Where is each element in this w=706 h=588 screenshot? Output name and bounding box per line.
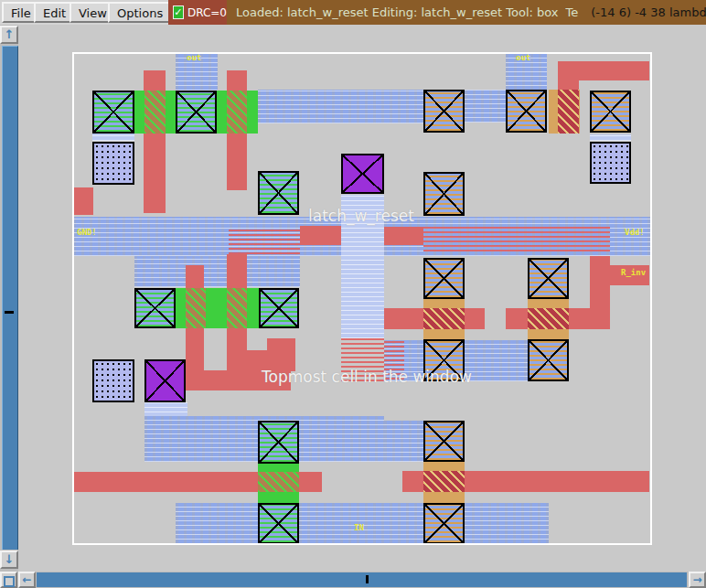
view-position-mark <box>366 575 369 583</box>
port-label: out <box>516 53 530 62</box>
status-text: Loaded: latch_w_reset Editing: latch_w_r… <box>236 5 559 19</box>
scroll-down-button[interactable]: ↓ <box>0 551 18 569</box>
cell-name-label: latch_w_reset <box>308 207 414 225</box>
view-position-mark <box>5 311 14 314</box>
scroll-right-button[interactable]: → <box>689 572 706 588</box>
right-arrow-icon: → <box>692 573 701 586</box>
down-arrow-icon: ↓ <box>5 552 15 566</box>
horizontal-scrollbar[interactable]: ← → <box>0 572 706 588</box>
menu-bar: File Edit View Options ✓ DRC=0 Loaded: l… <box>0 0 706 25</box>
zoom-box-icon <box>4 576 15 587</box>
drc-label: DRC=0 <box>187 6 227 19</box>
drc-indicator: ✓ DRC=0 <box>168 0 227 25</box>
scroll-left-button[interactable]: ← <box>18 572 36 588</box>
horizontal-scroll-thumb[interactable] <box>37 572 687 587</box>
magic-vlsi-window: { "menu": { "items": ["File", "Edit", "V… <box>0 0 706 588</box>
port-label: GND! <box>77 228 97 237</box>
scroll-up-button[interactable]: ↑ <box>0 26 18 44</box>
port-label: R_inv <box>621 268 646 277</box>
box-coordinates: (-14 6) -4 38 lambda <box>591 5 706 19</box>
zoom-box-button[interactable] <box>0 572 17 588</box>
up-arrow-icon: ↑ <box>5 27 15 41</box>
drc-checkbox[interactable]: ✓ <box>173 5 184 19</box>
cell-boundary <box>72 52 652 545</box>
title-bar: Loaded: latch_w_reset Editing: latch_w_r… <box>227 0 706 25</box>
port-label: IN <box>354 523 364 532</box>
port-label: out <box>187 53 201 62</box>
layout-canvas[interactable]: outoutGND!Vdd!R_invINlatch_w_resetTopmos… <box>0 0 706 588</box>
vertical-scroll-thumb[interactable] <box>2 46 18 550</box>
left-arrow-icon: ← <box>22 573 31 586</box>
tech-text-truncated: Te <box>566 5 579 19</box>
port-label: Vdd! <box>625 228 645 237</box>
cell-name-label: Topmost cell in the window <box>262 368 472 386</box>
menu-button-options[interactable]: Options <box>108 2 172 23</box>
vertical-scrollbar[interactable]: ↑ ↓ <box>0 25 18 572</box>
